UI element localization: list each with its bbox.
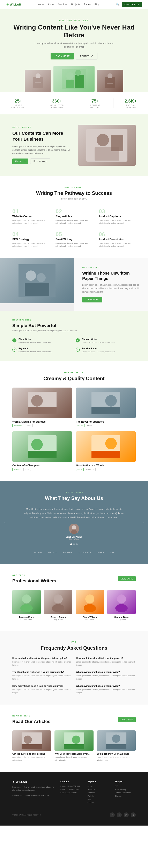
footer-link-2-1[interactable]: Privacy Policy [115, 788, 135, 790]
footer-copyright: © 2023 Willar. All Rights Reserved. [12, 814, 41, 816]
footer-link-1-4[interactable]: Blog [88, 798, 108, 800]
project-tags-2: ARTICLE BLOG [12, 468, 72, 471]
hero-img-placeholder-3 [97, 70, 123, 92]
svg-rect-5 [66, 80, 74, 88]
svg-rect-21 [28, 407, 56, 414]
hero-learn-more-button[interactable]: LEARN MORE [51, 53, 74, 59]
service-item-0: 01 Website Content Lorem ipsum dolor sit… [12, 208, 49, 225]
nav-item-home[interactable]: Home [38, 3, 44, 6]
project-title-2: Content of a Champion [12, 464, 72, 467]
article-card-1: Why your content readers over... Lorem i… [54, 731, 93, 762]
service-desc-4: Lorem ipsum dolor sit amet, consectetur … [55, 242, 93, 248]
footer-link-2-3[interactable]: Sitemap [115, 795, 135, 797]
stat-label-3: PARTIAL REVIEWS [122, 104, 140, 108]
search-icon[interactable]: 🔍 [116, 3, 120, 6]
service-num-5: 06 [99, 231, 135, 238]
project-tag-1-1: BOOK [86, 424, 93, 427]
svg-point-41 [115, 604, 128, 612]
footer-link-2-0[interactable]: FAQ [115, 785, 135, 787]
footer-link-1-3[interactable]: Portfolio [88, 795, 108, 797]
contact-button[interactable]: CONTACT US [122, 2, 142, 7]
faq-q-4: How many times does it take to write a j… [12, 685, 72, 687]
hero-portfolio-button[interactable]: PORTFOLIO [76, 53, 97, 59]
service-desc-1: Lorem ipsum dolor sit amet, consectetur … [55, 219, 93, 225]
project-title-3: Good to the Last Words [76, 464, 135, 467]
footer-link-1-1[interactable]: About Us [88, 788, 108, 790]
footer-link-0-0[interactable]: Phone: +1 234 567 890 [60, 785, 81, 787]
writer-name-1: Franco James [44, 616, 72, 618]
writers-view-more-button[interactable]: VIEW MORE [118, 576, 135, 581]
testimonial-prev-button[interactable]: ‹ [4, 520, 5, 525]
step-title-0: Place Order [19, 338, 52, 340]
svg-rect-47 [64, 744, 84, 749]
step-item-0: ✓ Place Order Lorem ipsum dolor sit amet… [12, 338, 72, 344]
project-card-2: Content of a Champion ARTICLE BLOG [12, 431, 72, 471]
services-title: Writing The Pathway to Success [12, 190, 135, 196]
social-facebook-icon[interactable]: f [110, 812, 115, 817]
navbar: ✦ WILLAR Home About Services Projects Pa… [0, 0, 148, 9]
social-icons: f t in li [110, 812, 135, 817]
service-item-1: 02 Blog Articles Lorem ipsum dolor sit a… [55, 208, 93, 225]
footer-link-1-0[interactable]: Home [88, 785, 108, 787]
social-linkedin-icon[interactable]: li [131, 812, 135, 817]
project-tag-2-1: BLOG [23, 468, 31, 471]
step-desc-0: Lorem ipsum dolor sit amet, consectetur. [19, 341, 52, 344]
nav-logo[interactable]: ✦ WILLAR [6, 3, 21, 6]
client-logo-4: G+E+ [98, 551, 104, 554]
nav-item-services[interactable]: Services [58, 3, 68, 6]
testimonial-avatar [69, 524, 79, 534]
svg-rect-27 [28, 451, 56, 458]
get-started-section: GET STARTED Writing Those Unwritten Pape… [0, 258, 148, 311]
articles-title: Read Our Articles [12, 719, 50, 724]
footer-link-0-2[interactable]: Fax: +1 234 567 891 [60, 792, 81, 794]
get-started-button[interactable]: LEARN MORE [82, 297, 102, 303]
client-logo-2: empire [63, 551, 73, 554]
footer-address: Address: 123 Content Street New York, US… [12, 794, 54, 797]
service-num-1: 02 [55, 208, 93, 215]
contact-us-button[interactable]: Contact Us [12, 158, 28, 164]
step-text-3: Receive Paper Lorem ipsum dolor sit amet… [82, 347, 115, 353]
faq-a-5: Lorem ipsum dolor sit amet, consectetur … [76, 688, 135, 694]
testimonial-dots [12, 544, 135, 545]
svg-rect-24 [92, 407, 120, 414]
article-title-1: Why your content readers over... [54, 752, 93, 755]
testimonial-next-button[interactable]: › [143, 520, 144, 525]
hero-img-placeholder-2 [53, 66, 95, 92]
nav-item-about[interactable]: About [48, 3, 54, 6]
social-twitter-icon[interactable]: t [117, 812, 122, 817]
service-title-0: Website Content [12, 215, 49, 218]
testimonials-title: What They Say About Us [12, 495, 135, 501]
logo-icon: ✦ [6, 3, 9, 6]
dot-2[interactable] [76, 544, 78, 545]
writer-name-0: Amanda Franz [12, 616, 41, 618]
project-img-0 [12, 388, 72, 418]
projects-section: OUR PROJECTS Creamy & Quality Content Wo… [0, 361, 148, 481]
nav-item-blog[interactable]: Blog [95, 3, 99, 6]
step-title-1: Choose Writer [82, 338, 115, 340]
nav-item-pages[interactable]: Pages [84, 3, 91, 6]
dot-1[interactable] [73, 544, 75, 545]
footer-link-0-1[interactable]: Email: info@willar.com [60, 788, 81, 790]
send-message-button[interactable]: Send Message [30, 158, 50, 164]
services-description: Lorem ipsum dolor sit amet. [12, 198, 135, 200]
client-logo-5: UG [110, 551, 114, 554]
service-item-3: 04 SEO Strategy Lorem ipsum dolor sit am… [12, 231, 49, 248]
footer-logo: ✦ WILLAR [12, 780, 54, 783]
footer-col-title-2: Support [115, 780, 135, 783]
project-card-0: Words, Slogans for Startups BRANDING LOG… [12, 388, 72, 427]
project-tag-3-0: COPY [76, 468, 84, 471]
service-desc-0: Lorem ipsum dolor sit amet, consectetur … [12, 219, 49, 225]
footer-link-1-2[interactable]: Services [88, 792, 108, 794]
writer-name-3: Miranda Blake [107, 616, 135, 618]
about-description: Lorem ipsum dolor sit amet, consectetur … [12, 145, 70, 155]
svg-point-38 [85, 594, 94, 603]
project-tag-1-0: NOVEL [76, 424, 84, 427]
dot-0[interactable] [70, 544, 72, 545]
stat-item-1: 360+ COMPLETED PROJECTS [37, 98, 77, 108]
get-started-label: GET STARTED [82, 267, 140, 269]
social-instagram-icon[interactable]: in [124, 812, 129, 817]
footer-link-1-5[interactable]: Contact [88, 802, 108, 804]
nav-item-projects[interactable]: Projects [71, 3, 80, 6]
footer-link-2-2[interactable]: Terms & Conditions [115, 792, 135, 794]
articles-view-more-button[interactable]: VIEW MORE [118, 717, 135, 722]
